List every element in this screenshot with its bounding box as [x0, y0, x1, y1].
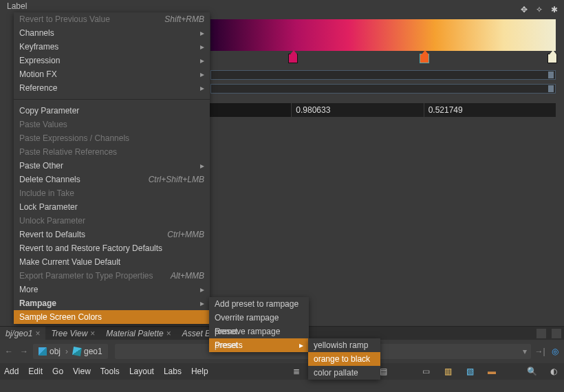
breadcrumb-label: obj [50, 347, 61, 356]
rampage-submenu: Add preset to rampageOverrite rampage pr… [209, 297, 309, 352]
menu-item: Unlock Parameter [14, 214, 210, 228]
panel-icon[interactable] [552, 329, 561, 338]
color-ramp[interactable] [210, 19, 556, 94]
back-icon[interactable]: ← [3, 345, 15, 358]
ramp-handle[interactable] [420, 54, 429, 63]
menu-item[interactable]: Add preset to rampage [209, 297, 309, 311]
close-icon[interactable]: × [166, 327, 171, 340]
chevron-right-icon: ▸ [200, 283, 204, 296]
menu-item[interactable]: Make Current Value Default [14, 255, 210, 269]
list-icon[interactable]: ≣ [290, 365, 303, 378]
value-cell[interactable]: 0.980633 [292, 103, 423, 117]
tab[interactable]: bj/geo1× [0, 327, 45, 340]
value-row: 0.980633 0.521749 [160, 103, 556, 117]
tab[interactable]: Tree View× [45, 327, 100, 340]
context-menu: Revert to Previous ValueShift+RMBChannel… [14, 12, 210, 324]
menu-item[interactable]: orange to black [308, 352, 380, 366]
value-cell[interactable]: 0.521749 [424, 103, 556, 117]
menu-view[interactable]: View [73, 367, 91, 376]
menu-item[interactable]: Paste Other▸ [14, 159, 210, 173]
menu-item[interactable]: More▸ [14, 283, 210, 296]
menu-labs[interactable]: Labs [164, 367, 182, 376]
menu-item[interactable]: Rampage▸ [14, 296, 210, 310]
handle-row [210, 54, 556, 66]
menu-help[interactable]: Help [191, 367, 208, 376]
eye-icon[interactable]: ◐ [547, 365, 560, 378]
menu-item[interactable]: Delete ChannelsCtrl+Shift+LMB [14, 173, 210, 186]
geo-icon [72, 347, 82, 356]
note-icon[interactable]: ▥ [442, 365, 454, 378]
chevron-right-icon: ▸ [200, 159, 204, 173]
ramp-handle[interactable] [547, 54, 557, 63]
chevron-right-icon: ▸ [200, 296, 204, 310]
chevron-right-icon: › [63, 347, 70, 356]
menu-item[interactable]: Presets▸ [209, 338, 309, 352]
menu-tools[interactable]: Tools [100, 367, 120, 376]
add-key-icon[interactable]: ✧ [534, 4, 545, 15]
menu-item[interactable]: Copy Parameter [14, 104, 210, 118]
slider-thumb[interactable] [548, 85, 554, 92]
menu-item[interactable]: Motion FX▸ [14, 67, 210, 81]
panel-icon[interactable] [536, 329, 546, 338]
window-icon[interactable]: ▭ [420, 365, 432, 378]
close-icon[interactable]: × [90, 327, 95, 340]
menu-go[interactable]: Go [52, 367, 63, 376]
menu-item: Export Parameter to Type PropertiesAlt+M… [14, 269, 210, 283]
menu-item[interactable]: Channels▸ [14, 26, 210, 40]
slider-track[interactable] [210, 70, 556, 80]
search-icon[interactable]: 🔍 [525, 365, 538, 378]
gear-icon[interactable]: ✱ [549, 4, 560, 15]
enter-icon[interactable]: →| [534, 345, 546, 358]
chevron-right-icon: ▸ [200, 67, 204, 81]
slider-thumb[interactable] [548, 72, 554, 78]
menu-item: Paste Expressions / Channels [14, 131, 210, 145]
menu-item[interactable]: Reference▸ [14, 81, 210, 95]
target-icon[interactable]: ◎ [549, 345, 561, 358]
close-icon[interactable]: × [35, 327, 40, 340]
obj-icon [39, 347, 47, 356]
menu-edit[interactable]: Edit [28, 367, 43, 376]
menu-layout[interactable]: Layout [129, 367, 154, 376]
menu-item[interactable]: Overrite rampage preset [209, 311, 309, 325]
menu-item[interactable]: color pallate [308, 366, 380, 380]
breadcrumb-label: geo1 [84, 347, 102, 356]
forward-icon[interactable]: → [18, 345, 30, 358]
menu-item: Include in Take [14, 186, 210, 200]
chevron-right-icon: ▸ [200, 81, 204, 95]
chevron-right-icon: ▸ [200, 54, 204, 67]
chevron-right-icon: ▸ [299, 338, 303, 352]
menu-item[interactable]: Remove rampage preset [209, 325, 309, 338]
label-text: Label [7, 1, 27, 11]
ramp-handle[interactable] [288, 54, 298, 63]
move-icon[interactable]: ✥ [519, 4, 530, 15]
menu-item[interactable]: Revert to and Restore Factory Defaults [14, 241, 210, 255]
menu-item[interactable]: Expression▸ [14, 54, 210, 67]
folder-icon[interactable]: ▬ [486, 365, 498, 378]
chevron-right-icon: ▸ [200, 26, 204, 40]
menu-item[interactable]: Lock Parameter [14, 200, 210, 214]
menu-bar: Add Edit Go View Tools Layout Labs Help … [0, 363, 564, 380]
menu-item[interactable]: Sample Screen Colors [14, 310, 210, 324]
menu-item: Paste Values [14, 118, 210, 131]
menu-item[interactable]: Keyframes▸ [14, 40, 210, 54]
menu-item[interactable]: Revert to DefaultsCtrl+MMB [14, 228, 210, 241]
menu-add[interactable]: Add [4, 367, 19, 376]
image-icon[interactable]: ▧ [464, 365, 476, 378]
chevron-right-icon: ▸ [200, 40, 204, 54]
gradient-bar[interactable] [210, 19, 556, 51]
menu-item: Paste Relative References [14, 145, 210, 159]
menu-item[interactable]: yellowish ramp [308, 338, 380, 352]
slider-track[interactable] [210, 84, 556, 94]
menu-item: Revert to Previous ValueShift+RMB [14, 12, 210, 26]
breadcrumb-seg[interactable]: obj › geo1 [33, 344, 108, 359]
presets-submenu: yellowish ramporange to blackcolor palla… [308, 338, 380, 380]
tab[interactable]: Material Palette× [100, 327, 176, 340]
